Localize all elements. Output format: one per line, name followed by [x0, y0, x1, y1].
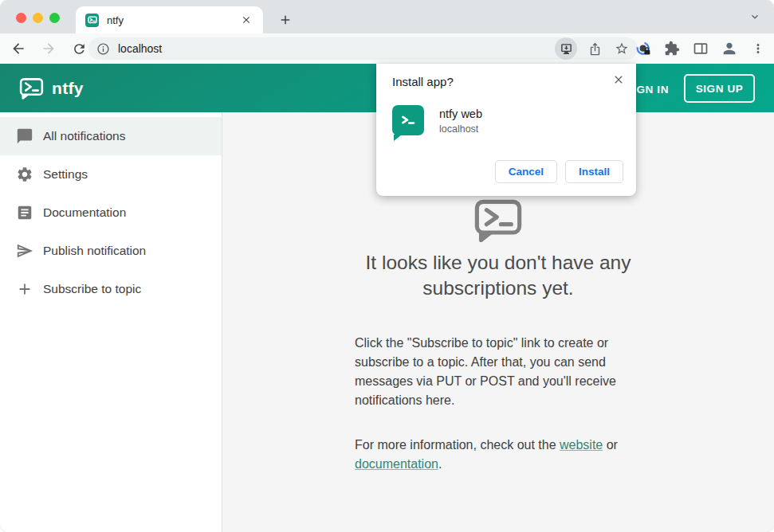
- tab-search-chevron-icon[interactable]: [745, 7, 764, 26]
- sidebar-item-label: Publish notification: [43, 244, 146, 258]
- send-icon: [15, 242, 34, 260]
- article-icon: [15, 204, 34, 221]
- site-info-icon[interactable]: [96, 42, 110, 56]
- dialog-title: Install app?: [392, 75, 454, 88]
- tab-strip: ntfy: [0, 0, 774, 33]
- dialog-app-row: ntfy web localhost: [392, 105, 482, 135]
- forward-icon[interactable]: [40, 40, 57, 57]
- ntfy-logo-icon: [19, 77, 44, 100]
- documentation-link[interactable]: documentation: [355, 457, 438, 471]
- install-app-dialog: Install app? ntfy web localhost Cancel I…: [376, 64, 636, 196]
- paragraph-text: or: [603, 438, 618, 452]
- browser-tab-ntfy[interactable]: ntfy: [76, 6, 263, 33]
- sidebar-item-label: All notifications: [43, 129, 125, 143]
- privacy-extension-icon[interactable]: [634, 39, 653, 58]
- sidebar-item-subscribe-to-topic[interactable]: Subscribe to topic: [0, 270, 222, 308]
- sidebar-item-label: Documentation: [43, 205, 126, 220]
- address-url[interactable]: localhost: [118, 42, 555, 55]
- sidebar-item-all-notifications[interactable]: All notifications: [0, 117, 222, 155]
- tab-close-icon[interactable]: [239, 13, 253, 27]
- sign-up-button[interactable]: SIGN UP: [684, 74, 755, 103]
- toolbar-right-icons: [634, 39, 768, 58]
- ntfy-app-badge-icon: [392, 105, 424, 135]
- window-zoom-button[interactable]: [49, 13, 60, 23]
- new-tab-plus-icon[interactable]: [274, 9, 297, 31]
- sidebar-item-label: Subscribe to topic: [43, 282, 141, 296]
- sidebar-item-publish-notification[interactable]: Publish notification: [0, 232, 222, 270]
- empty-state-paragraph: Click the "Subscribe to topic" link to c…: [355, 334, 642, 410]
- sidebar-item-label: Settings: [43, 167, 88, 182]
- paragraph-text: For more information, check out the: [355, 438, 560, 452]
- sidebar-item-documentation[interactable]: Documentation: [0, 194, 222, 232]
- back-icon[interactable]: [10, 40, 27, 57]
- install-app-icon[interactable]: [555, 37, 577, 60]
- address-bar[interactable]: localhost: [88, 37, 638, 60]
- tab-title: ntfy: [107, 14, 239, 26]
- empty-state-paragraph-links: For more information, check out the webs…: [355, 436, 642, 474]
- window-minimize-button[interactable]: [33, 13, 43, 23]
- kebab-menu-icon[interactable]: [748, 39, 768, 58]
- profile-avatar-icon[interactable]: [720, 39, 739, 58]
- empty-state-heading: It looks like you don't have any subscri…: [339, 250, 658, 302]
- dialog-actions: Cancel Install: [495, 160, 623, 183]
- app-brand-name: ntfy: [52, 79, 84, 98]
- install-button[interactable]: Install: [565, 160, 623, 183]
- dialog-app-origin: localhost: [439, 123, 482, 135]
- paragraph-text: .: [438, 457, 442, 471]
- extensions-puzzle-icon[interactable]: [662, 39, 682, 58]
- plus-icon: [15, 280, 34, 298]
- traffic-lights: [16, 13, 60, 23]
- dialog-app-name: ntfy web: [439, 108, 482, 120]
- ntfy-terminal-bubble-icon: [473, 198, 523, 242]
- window-close-button[interactable]: [16, 13, 26, 23]
- bookmark-star-icon[interactable]: [614, 41, 630, 57]
- browser-window: ntfy localhost: [0, 0, 774, 532]
- chat-icon: [15, 127, 34, 145]
- website-link[interactable]: website: [560, 438, 603, 452]
- ntfy-favicon: [85, 14, 99, 27]
- browser-toolbar: localhost: [0, 33, 774, 64]
- sidebar-item-settings[interactable]: Settings: [0, 155, 222, 194]
- share-icon[interactable]: [587, 41, 603, 57]
- side-panel-icon[interactable]: [691, 39, 710, 58]
- reload-icon[interactable]: [70, 40, 88, 57]
- cancel-button[interactable]: Cancel: [495, 160, 557, 183]
- sidebar: All notifications Settings Documentation…: [0, 112, 222, 532]
- dialog-close-icon[interactable]: [611, 72, 627, 88]
- gear-icon: [15, 166, 34, 183]
